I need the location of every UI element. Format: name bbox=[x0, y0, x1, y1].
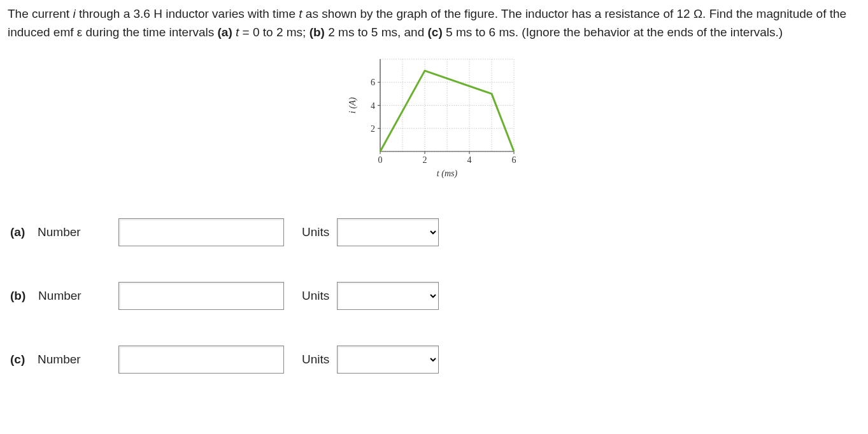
svg-text:0: 0 bbox=[378, 155, 382, 165]
chart-svg: 0246246t (ms)i (A) bbox=[345, 53, 523, 180]
svg-text:4: 4 bbox=[467, 155, 471, 165]
units-label-a: Units bbox=[302, 223, 329, 242]
svg-text:6: 6 bbox=[371, 78, 375, 87]
units-label-c: Units bbox=[302, 351, 329, 369]
chart-container: 0246246t (ms)i (A) bbox=[8, 53, 860, 180]
number-input-c[interactable] bbox=[118, 346, 284, 374]
svg-text:6: 6 bbox=[511, 155, 516, 165]
problem-text: The current i through a 3.6 H inductor v… bbox=[8, 5, 860, 41]
answer-label-text-a: Number bbox=[38, 225, 81, 239]
answer-label-bold-c: (c) bbox=[10, 353, 25, 366]
svg-text:4: 4 bbox=[371, 101, 375, 111]
problem-part: 5 ms to 6 ms. (Ignore the behavior at th… bbox=[443, 25, 783, 39]
units-label-b: Units bbox=[302, 287, 329, 305]
answer-row-c: (c) Number Units bbox=[10, 346, 860, 374]
answer-label-c: (c) Number bbox=[10, 351, 118, 369]
answer-label-text-b: Number bbox=[38, 289, 82, 302]
problem-bold-c: (c) bbox=[428, 25, 443, 39]
svg-text:2: 2 bbox=[371, 124, 375, 134]
units-select-a[interactable] bbox=[337, 218, 439, 246]
svg-text:i (A): i (A) bbox=[348, 97, 358, 114]
chart: 0246246t (ms)i (A) bbox=[345, 53, 523, 180]
answer-label-bold-b: (b) bbox=[10, 289, 25, 302]
answer-label-text-c: Number bbox=[38, 353, 81, 366]
problem-bold-b: (b) bbox=[309, 25, 325, 39]
units-select-c[interactable] bbox=[337, 346, 439, 374]
answer-row-b: (b) Number Units bbox=[10, 282, 860, 310]
problem-bold-a: (a) bbox=[218, 25, 232, 39]
answer-row-a: (a) Number Units bbox=[10, 218, 860, 246]
svg-text:2: 2 bbox=[422, 155, 427, 165]
number-input-a[interactable] bbox=[118, 218, 284, 246]
problem-part: through a 3.6 H inductor varies with tim… bbox=[76, 7, 299, 20]
number-input-b[interactable] bbox=[118, 282, 284, 310]
answers-section: (a) Number Units (b) Number Units (c) Nu… bbox=[8, 218, 860, 374]
svg-text:t (ms): t (ms) bbox=[436, 169, 457, 179]
problem-part: 2 ms to 5 ms, and bbox=[325, 25, 428, 39]
problem-part: The current bbox=[8, 7, 73, 20]
problem-part: = 0 to 2 ms; bbox=[239, 25, 309, 39]
answer-label-a: (a) Number bbox=[10, 223, 118, 242]
answer-label-b: (b) Number bbox=[10, 287, 118, 305]
units-select-b[interactable] bbox=[337, 282, 439, 310]
answer-label-bold-a: (a) bbox=[10, 225, 25, 239]
